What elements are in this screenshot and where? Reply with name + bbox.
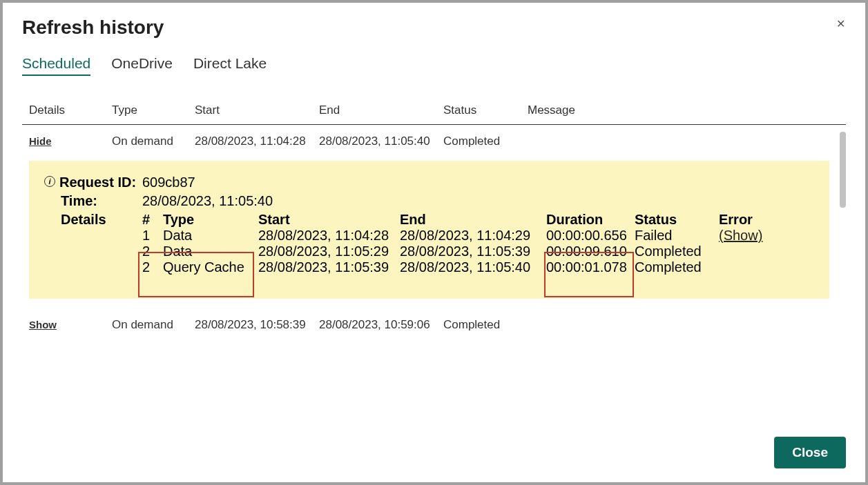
dh-error: Error (719, 212, 774, 228)
row-start: 28/08/2023, 11:04:28 (195, 135, 319, 148)
row-type: On demand (112, 318, 195, 332)
history-header: Details Type Start End Status Message (22, 98, 846, 125)
detail-panel: i Request ID: 609cb87 Time: 28/08/2023, … (29, 161, 829, 299)
toggle-show-link[interactable]: Show (29, 319, 57, 330)
request-id-label: i Request ID: (44, 175, 142, 190)
close-button[interactable]: Close (774, 437, 846, 468)
info-icon: i (44, 176, 55, 187)
detail-row: 2 Data 28/08/2023, 11:05:29 28/08/2023, … (142, 244, 822, 259)
dh-end: End (400, 212, 546, 228)
row-end: 28/08/2023, 11:05:40 (319, 135, 443, 148)
scrollbar[interactable] (840, 132, 846, 208)
row-type: On demand (112, 135, 195, 148)
dh-duration: Duration (546, 212, 635, 228)
row-start: 28/08/2023, 10:58:39 (195, 318, 319, 332)
row-end: 28/08/2023, 10:59:06 (319, 318, 443, 332)
detail-table-header: # Type Start End Duration Status Error (142, 212, 822, 228)
history-row: Hide On demand 28/08/2023, 11:04:28 28/0… (22, 125, 846, 158)
tab-direct-lake[interactable]: Direct Lake (193, 55, 267, 76)
header-status: Status (443, 103, 528, 117)
dh-type: Type (163, 212, 258, 228)
error-show-link[interactable]: (Show) (719, 228, 762, 243)
close-icon[interactable]: ✕ (832, 15, 849, 32)
dialog-footer: Close (22, 430, 846, 468)
time-label: Time: (44, 193, 142, 209)
history-scroll[interactable]: Hide On demand 28/08/2023, 11:04:28 28/0… (22, 125, 846, 430)
detail-row: 1 Data 28/08/2023, 11:04:28 28/08/2023, … (142, 228, 822, 244)
row-status: Completed (443, 135, 528, 148)
header-details: Details (29, 103, 112, 117)
request-id-value: 609cb87 (142, 175, 195, 190)
tabs: Scheduled OneDrive Direct Lake (22, 55, 846, 76)
row-status: Completed (443, 318, 528, 332)
history-row: Show On demand 28/08/2023, 10:58:39 28/0… (22, 308, 846, 342)
time-value: 28/08/2023, 11:05:40 (142, 193, 273, 209)
toggle-hide-link[interactable]: Hide (29, 135, 52, 147)
dh-num: # (142, 212, 163, 228)
header-type: Type (112, 103, 195, 117)
tab-scheduled[interactable]: Scheduled (22, 55, 90, 76)
details-label: Details (44, 212, 142, 275)
header-start: Start (195, 103, 319, 117)
dialog-title: Refresh history (22, 17, 846, 39)
header-message: Message (528, 103, 843, 117)
detail-row: 2 Query Cache 28/08/2023, 11:05:39 28/08… (142, 259, 822, 275)
header-end: End (319, 103, 443, 117)
refresh-history-dialog: ✕ Refresh history Scheduled OneDrive Dir… (3, 3, 865, 482)
tab-onedrive[interactable]: OneDrive (111, 55, 173, 76)
dh-status: Status (635, 212, 719, 228)
dh-start: Start (258, 212, 400, 228)
